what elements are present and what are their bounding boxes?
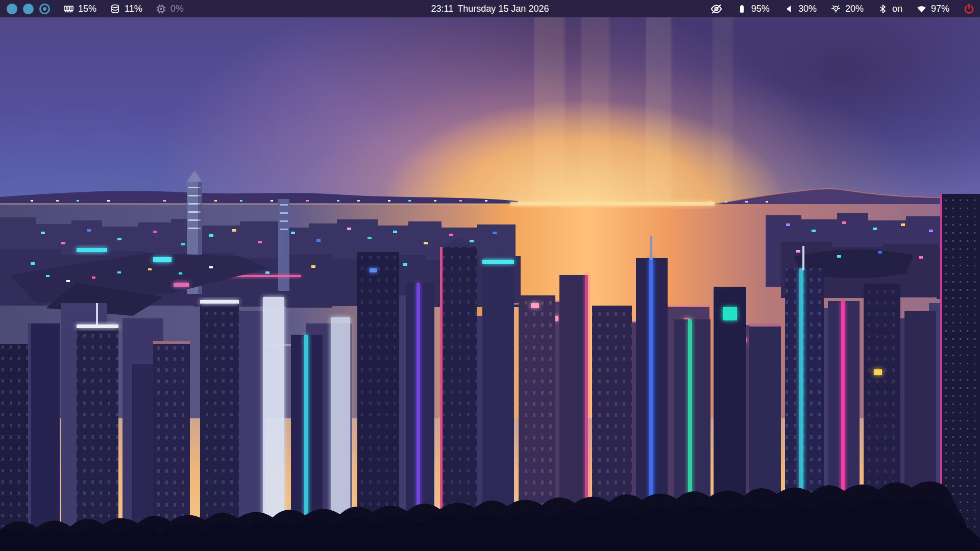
topbar: 15% 11% xyxy=(0,0,980,17)
memory-usage: 15% xyxy=(78,4,96,14)
workspace-dots xyxy=(7,4,50,14)
bluetooth-icon xyxy=(877,4,888,14)
disk-widget[interactable]: 11% xyxy=(110,4,142,14)
clock-time: 23:11 xyxy=(431,4,454,14)
cpu-usage: 0% xyxy=(170,4,184,14)
workspace-dot-3[interactable] xyxy=(39,4,50,14)
disk-icon xyxy=(110,4,120,14)
topbar-left: 15% 11% xyxy=(5,0,184,17)
wifi-widget[interactable]: 97% xyxy=(916,4,949,14)
bluetooth-status: on xyxy=(892,4,902,14)
brightness-level: 20% xyxy=(845,4,864,14)
battery-widget[interactable]: 95% xyxy=(737,4,770,14)
wifi-strength: 97% xyxy=(931,4,949,14)
speaker-icon xyxy=(783,4,794,14)
cpu-widget[interactable]: 0% xyxy=(156,4,184,14)
battery-icon xyxy=(737,4,747,14)
wifi-icon xyxy=(916,4,927,14)
ram-icon xyxy=(63,4,74,14)
power-button[interactable] xyxy=(963,3,975,15)
workspace-dot-2[interactable] xyxy=(23,4,34,14)
eye-off-icon xyxy=(710,3,723,15)
volume-level: 30% xyxy=(798,4,817,14)
volume-widget[interactable]: 30% xyxy=(783,4,817,14)
battery-level: 95% xyxy=(751,4,770,14)
disk-usage: 11% xyxy=(125,4,142,14)
brightness-icon xyxy=(830,4,841,14)
clock-widget[interactable]: 23:11 Thursday 15 Jan 2026 xyxy=(431,0,549,17)
brightness-widget[interactable]: 20% xyxy=(830,4,864,14)
cpu-icon xyxy=(156,4,166,14)
clock-date: Thursday 15 Jan 2026 xyxy=(457,4,549,14)
screen-privacy-toggle[interactable] xyxy=(710,3,723,15)
cityscape-art xyxy=(0,17,980,551)
memory-widget[interactable]: 15% xyxy=(63,4,96,14)
power-icon xyxy=(963,3,975,15)
topbar-right: 95% 30% xyxy=(696,0,975,17)
bluetooth-widget[interactable]: on xyxy=(877,4,902,14)
workspace-dot-1[interactable] xyxy=(7,4,17,14)
desktop-wallpaper xyxy=(0,17,980,551)
